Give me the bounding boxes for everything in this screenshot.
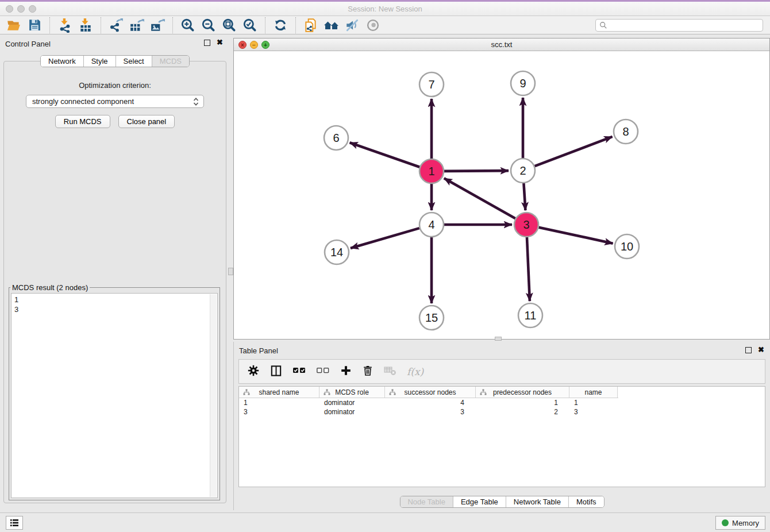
memory-status-icon (722, 519, 729, 526)
graph-node-3[interactable]: 3 (514, 213, 538, 237)
graph-node-9[interactable]: 9 (511, 71, 535, 95)
network-frame-titlebar[interactable]: × − + scc.txt (234, 38, 769, 51)
column-header-name[interactable]: name (569, 387, 618, 398)
import-table-icon[interactable] (75, 17, 96, 34)
memory-label: Memory (732, 519, 759, 527)
task-history-button[interactable] (6, 516, 23, 530)
graph-node-15[interactable]: 15 (419, 306, 444, 330)
column-header-shared-name[interactable]: shared name (239, 387, 319, 398)
graph-edge-4-14[interactable] (351, 228, 419, 248)
graph-node-1[interactable]: 1 (419, 159, 444, 183)
refresh-layout-icon[interactable] (270, 17, 291, 34)
graph-node-14[interactable]: 14 (325, 240, 349, 264)
mcds-panel: Optimization criterion: strongly connect… (3, 61, 226, 503)
tab-select[interactable]: Select (116, 56, 152, 67)
graph-edge-2-8[interactable] (535, 137, 613, 166)
graph-node-4[interactable]: 4 (419, 213, 444, 237)
open-session-icon[interactable] (3, 17, 24, 34)
graph-edge-3-1[interactable] (444, 178, 515, 218)
memory-button[interactable]: Memory (715, 516, 765, 530)
window-titlebar: Session: New Session (0, 2, 770, 16)
export-network-icon[interactable] (106, 17, 126, 34)
column-header-successor-nodes[interactable]: successor nodes (385, 387, 476, 398)
show-graphics-details-icon[interactable] (363, 17, 383, 34)
graph-edge-3-11[interactable] (527, 237, 530, 301)
delete-table-icon[interactable] (383, 365, 397, 378)
table-tabs: Node Table Edge Table Network Table Moti… (399, 496, 604, 508)
column-header-mcds-role[interactable]: MCDS role (319, 387, 385, 398)
graph-node-10[interactable]: 10 (615, 234, 639, 259)
graph-edge-1-6[interactable] (350, 142, 420, 167)
tab-network-table[interactable]: Network Table (506, 496, 569, 507)
hide-selected-icon[interactable] (342, 17, 363, 34)
zoom-in-icon[interactable] (178, 17, 198, 34)
split-columns-icon[interactable] (270, 364, 283, 379)
tab-motifs[interactable]: Motifs (569, 496, 604, 507)
tab-style[interactable]: Style (84, 56, 116, 67)
svg-text:8: 8 (622, 125, 629, 138)
graph-node-11[interactable]: 11 (518, 303, 542, 327)
tab-node-table[interactable]: Node Table (400, 496, 453, 507)
zoom-selected-icon[interactable] (240, 17, 260, 34)
graph-edge-1-2[interactable] (444, 171, 509, 171)
import-network-icon[interactable] (55, 17, 75, 34)
table-row[interactable]: 3 dominator 3 2 3 (239, 407, 765, 417)
search-icon (599, 21, 607, 29)
function-builder-icon[interactable]: f(x) (407, 366, 424, 377)
table-panel-title: Table Panel (239, 346, 278, 355)
svg-text:15: 15 (425, 311, 438, 324)
graph-node-7[interactable]: 7 (419, 72, 444, 97)
vertical-splitter-handle[interactable] (228, 268, 233, 275)
result-scrollbar[interactable] (210, 294, 217, 497)
deselect-all-columns-icon[interactable] (316, 365, 330, 377)
tab-mcds[interactable]: MCDS (152, 56, 189, 67)
control-panel-title: Control Panel (5, 40, 51, 48)
toolbar-separator (101, 17, 101, 33)
save-session-icon[interactable] (24, 17, 45, 34)
network-view-frame: × − + scc.txt 7968124314101511 (233, 38, 770, 340)
table-row[interactable]: 1 dominator 4 1 1 (239, 398, 765, 407)
mcds-result-area: 1 3 (11, 293, 218, 498)
select-all-columns-icon[interactable] (292, 365, 306, 377)
close-table-panel-icon[interactable]: ✖ (758, 345, 764, 354)
network-graph[interactable]: 7968124314101511 (234, 51, 769, 339)
graph-node-2[interactable]: 2 (511, 159, 535, 183)
svg-text:10: 10 (621, 240, 633, 253)
graph-node-6[interactable]: 6 (324, 126, 348, 150)
float-table-panel-icon[interactable] (745, 347, 752, 353)
criterion-select[interactable]: strongly connected component (26, 95, 204, 108)
export-image-icon[interactable] (147, 17, 168, 34)
network-frame-title: scc.txt (234, 40, 769, 49)
export-table-icon[interactable] (126, 17, 147, 34)
status-bar: Memory (0, 512, 770, 532)
tab-network[interactable]: Network (41, 56, 84, 67)
search-field (595, 19, 763, 32)
zoom-out-icon[interactable] (198, 17, 219, 34)
column-header-predecessor-nodes[interactable]: predecessor nodes (476, 387, 569, 398)
graph-node-8[interactable]: 8 (614, 119, 638, 144)
search-input[interactable] (610, 21, 759, 30)
node-table: shared name MCDS role successor nodes pr… (238, 386, 765, 487)
delete-column-icon[interactable] (362, 364, 374, 379)
close-panel-icon[interactable]: ✖ (217, 38, 223, 47)
float-panel-icon[interactable] (204, 40, 210, 46)
table-settings-icon[interactable] (247, 364, 260, 379)
add-column-icon[interactable] (340, 364, 352, 379)
graph-edge-3-10[interactable] (538, 228, 613, 244)
list-icon (10, 519, 19, 527)
control-panel: Control Panel ✖ Network Style Select MCD… (0, 34, 230, 510)
graph-edge-2-3[interactable] (523, 183, 525, 210)
svg-text:7: 7 (428, 78, 434, 91)
table-panel-header: Table Panel ✖ (234, 342, 770, 358)
network-canvas[interactable]: 7968124314101511 (234, 51, 769, 339)
tab-edge-table[interactable]: Edge Table (453, 496, 506, 507)
svg-text:11: 11 (525, 309, 537, 322)
close-panel-button[interactable]: Close panel (118, 115, 175, 128)
zoom-fit-icon[interactable] (219, 17, 240, 34)
result-line: 1 (14, 295, 214, 304)
run-mcds-button[interactable]: Run MCDS (55, 115, 110, 128)
horizontal-splitter-handle[interactable] (495, 337, 502, 341)
first-neighbors-icon[interactable] (321, 17, 342, 34)
duplicate-network-icon[interactable] (301, 17, 321, 34)
table-panel: Table Panel ✖ f(x) shared name MCDS role… (233, 342, 770, 510)
